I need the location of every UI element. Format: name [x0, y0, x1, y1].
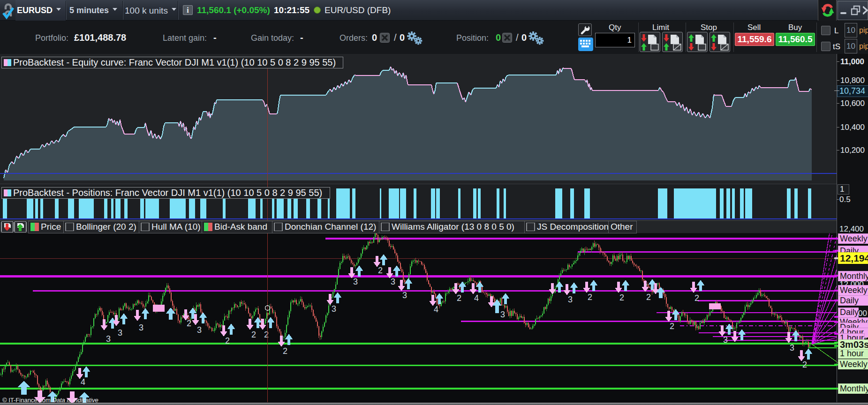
svg-text:12,400: 12,400	[839, 225, 864, 233]
svg-text:Weekly: Weekly	[840, 285, 868, 295]
svg-text:12,194: 12,194	[840, 253, 868, 263]
svg-text:3: 3	[118, 328, 122, 338]
svg-text:Bollinger (20 2): Bollinger (20 2)	[76, 222, 136, 232]
svg-text:10,400: 10,400	[840, 123, 865, 132]
svg-text:Donchian Channel (12): Donchian Channel (12)	[285, 222, 376, 232]
svg-text:4: 4	[474, 293, 479, 303]
svg-text:ProBacktest - Equity curve: Fr: ProBacktest - Equity curve: Franc Vector…	[13, 57, 336, 68]
svg-text:3: 3	[500, 310, 505, 319]
svg-text:Monthly: Monthly	[840, 384, 868, 393]
svg-text:10,200: 10,200	[840, 146, 865, 155]
svg-text:2: 2	[187, 319, 191, 328]
svg-text:2: 2	[251, 330, 256, 339]
svg-text:2: 2	[619, 293, 624, 302]
svg-text:3: 3	[568, 295, 573, 304]
svg-text:3m03s: 3m03s	[840, 339, 868, 350]
svg-text:2: 2	[283, 346, 287, 356]
svg-text:2: 2	[378, 266, 383, 275]
svg-text:ProBacktest - Positions: Franc: ProBacktest - Positions: Franc Vector DJ…	[13, 188, 322, 198]
svg-text:2: 2	[588, 292, 592, 302]
svg-text:1 hour: 1 hour	[840, 349, 864, 358]
svg-text:3: 3	[402, 291, 407, 300]
svg-text:0.5: 0.5	[839, 195, 851, 204]
svg-text:2: 2	[457, 293, 461, 303]
svg-text:Price: Price	[41, 222, 61, 232]
svg-text:00: 00	[858, 309, 867, 318]
svg-text:11,000: 11,000	[840, 57, 864, 66]
svg-text:10,600: 10,600	[840, 99, 865, 108]
svg-text:10,734: 10,734	[839, 86, 865, 96]
svg-text:Williams Alligator (13 0 8 0 5: Williams Alligator (13 0 8 0 5 0)	[392, 222, 514, 232]
svg-text:2: 2	[264, 330, 269, 339]
svg-text:3: 3	[353, 277, 358, 286]
svg-text:Bid-Ask band: Bid-Ask band	[214, 222, 267, 232]
svg-text:© IT-Finance.com Data is indic: © IT-Finance.com Data is indicative	[2, 397, 98, 404]
svg-text:4: 4	[81, 377, 85, 387]
svg-text:2: 2	[225, 336, 230, 345]
svg-text:3: 3	[197, 325, 202, 335]
svg-text:2: 2	[670, 322, 674, 331]
svg-text:Monthly: Monthly	[840, 271, 868, 281]
svg-text:Daily: Daily	[840, 308, 859, 317]
svg-text:3: 3	[332, 304, 336, 314]
svg-text:Other: Other	[611, 222, 633, 232]
svg-text:2: 2	[646, 292, 651, 302]
svg-text:2: 2	[694, 293, 699, 303]
svg-text:Weekly: Weekly	[840, 360, 868, 369]
svg-text:3: 3	[391, 277, 395, 286]
svg-text:3: 3	[790, 343, 794, 352]
svg-text:2: 2	[802, 360, 807, 369]
svg-text:4: 4	[434, 305, 438, 314]
svg-text:3: 3	[106, 334, 111, 344]
svg-text:JS Decomposition: JS Decomposition	[537, 222, 609, 232]
svg-text:Hull MA (10): Hull MA (10)	[151, 222, 201, 232]
svg-text:10,800: 10,800	[840, 76, 865, 85]
svg-text:3: 3	[139, 323, 143, 332]
svg-text:3: 3	[723, 335, 728, 345]
svg-text:1: 1	[840, 185, 844, 194]
svg-text:Daily: Daily	[840, 296, 859, 305]
svg-text:Weekly: Weekly	[840, 234, 868, 243]
